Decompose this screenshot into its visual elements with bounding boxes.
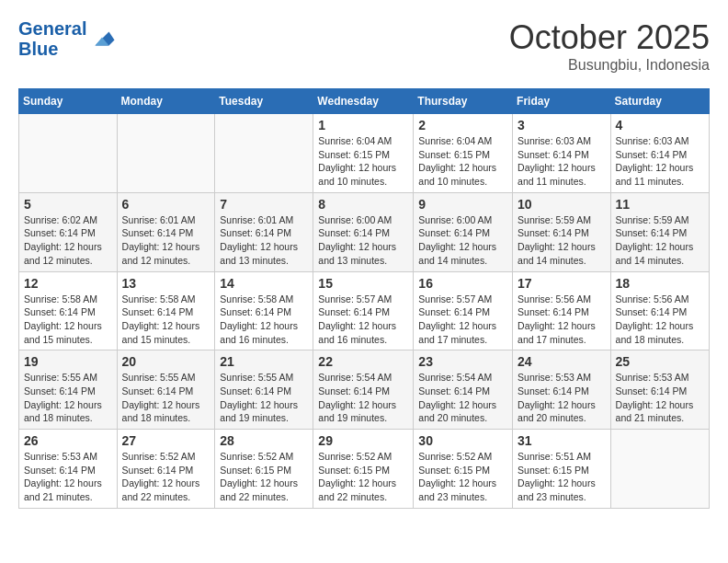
day-info: Sunrise: 5:52 AM Sunset: 6:14 PM Dayligh… — [122, 450, 210, 504]
day-number: 17 — [518, 276, 606, 291]
calendar-cell: 29Sunrise: 5:52 AM Sunset: 6:15 PM Dayli… — [313, 430, 414, 509]
day-number: 20 — [122, 354, 210, 369]
calendar-cell: 4Sunrise: 6:03 AM Sunset: 6:14 PM Daylig… — [610, 114, 709, 193]
calendar-cell: 5Sunrise: 6:02 AM Sunset: 6:14 PM Daylig… — [19, 192, 118, 271]
calendar-cell: 13Sunrise: 5:58 AM Sunset: 6:14 PM Dayli… — [117, 271, 215, 350]
weekday-header-monday: Monday — [117, 89, 215, 114]
day-number: 14 — [220, 276, 308, 291]
day-info: Sunrise: 5:52 AM Sunset: 6:15 PM Dayligh… — [418, 450, 507, 504]
weekday-header-friday: Friday — [513, 89, 611, 114]
day-info: Sunrise: 5:57 AM Sunset: 6:14 PM Dayligh… — [318, 293, 408, 347]
day-number: 22 — [318, 354, 408, 369]
day-info: Sunrise: 5:53 AM Sunset: 6:14 PM Dayligh… — [24, 450, 112, 504]
calendar-header: SundayMondayTuesdayWednesdayThursdayFrid… — [19, 89, 710, 114]
weekday-header-sunday: Sunday — [19, 89, 118, 114]
day-number: 16 — [418, 276, 507, 291]
day-info: Sunrise: 5:55 AM Sunset: 6:14 PM Dayligh… — [24, 371, 112, 425]
day-number: 13 — [122, 276, 210, 291]
day-info: Sunrise: 5:55 AM Sunset: 6:14 PM Dayligh… — [220, 371, 308, 425]
calendar-week-row: 26Sunrise: 5:53 AM Sunset: 6:14 PM Dayli… — [19, 430, 710, 509]
calendar-table: SundayMondayTuesdayWednesdayThursdayFrid… — [18, 88, 710, 509]
day-number: 21 — [220, 354, 308, 369]
day-number: 28 — [220, 433, 308, 448]
day-number: 8 — [318, 197, 408, 212]
calendar-week-row: 19Sunrise: 5:55 AM Sunset: 6:14 PM Dayli… — [19, 350, 710, 430]
weekday-header-thursday: Thursday — [414, 89, 513, 114]
day-info: Sunrise: 5:59 AM Sunset: 6:14 PM Dayligh… — [616, 213, 704, 268]
calendar-cell: 24Sunrise: 5:53 AM Sunset: 6:14 PM Dayli… — [513, 350, 611, 430]
month-title: October 2025 — [509, 18, 710, 57]
day-info: Sunrise: 5:56 AM Sunset: 6:14 PM Dayligh… — [518, 293, 606, 347]
day-number: 9 — [418, 197, 507, 212]
day-number: 6 — [122, 197, 210, 212]
title-block: October 2025 Busungbiu, Indonesia — [509, 18, 710, 74]
calendar-cell: 21Sunrise: 5:55 AM Sunset: 6:14 PM Dayli… — [215, 350, 313, 430]
day-info: Sunrise: 5:58 AM Sunset: 6:14 PM Dayligh… — [122, 293, 210, 347]
day-number: 15 — [318, 276, 408, 291]
day-number: 11 — [616, 197, 704, 212]
day-number: 5 — [24, 197, 112, 212]
logo-text: GeneralBlue — [18, 18, 86, 59]
day-info: Sunrise: 5:53 AM Sunset: 6:14 PM Dayligh… — [616, 371, 704, 425]
weekday-header-wednesday: Wednesday — [313, 89, 414, 114]
day-info: Sunrise: 5:55 AM Sunset: 6:14 PM Dayligh… — [122, 371, 210, 425]
calendar-cell: 14Sunrise: 5:58 AM Sunset: 6:14 PM Dayli… — [215, 271, 313, 350]
day-number: 4 — [616, 118, 704, 132]
day-number: 29 — [318, 433, 408, 448]
calendar-cell: 26Sunrise: 5:53 AM Sunset: 6:14 PM Dayli… — [19, 430, 118, 509]
calendar-cell: 7Sunrise: 6:01 AM Sunset: 6:14 PM Daylig… — [215, 192, 313, 271]
calendar-cell: 1Sunrise: 6:04 AM Sunset: 6:15 PM Daylig… — [313, 114, 414, 193]
calendar-cell: 9Sunrise: 6:00 AM Sunset: 6:14 PM Daylig… — [414, 192, 513, 271]
day-info: Sunrise: 6:04 AM Sunset: 6:15 PM Dayligh… — [318, 134, 408, 189]
page-header: GeneralBlue October 2025 Busungbiu, Indo… — [18, 18, 710, 74]
day-number: 30 — [418, 433, 507, 448]
day-info: Sunrise: 6:02 AM Sunset: 6:14 PM Dayligh… — [24, 213, 112, 268]
day-info: Sunrise: 6:04 AM Sunset: 6:15 PM Dayligh… — [418, 134, 507, 189]
calendar-week-row: 5Sunrise: 6:02 AM Sunset: 6:14 PM Daylig… — [19, 192, 710, 271]
day-info: Sunrise: 5:52 AM Sunset: 6:15 PM Dayligh… — [318, 450, 408, 504]
location-subtitle: Busungbiu, Indonesia — [509, 57, 710, 74]
logo-icon — [88, 25, 116, 52]
calendar-cell: 22Sunrise: 5:54 AM Sunset: 6:14 PM Dayli… — [313, 350, 414, 430]
day-info: Sunrise: 5:53 AM Sunset: 6:14 PM Dayligh… — [518, 371, 606, 425]
calendar-cell: 3Sunrise: 6:03 AM Sunset: 6:14 PM Daylig… — [513, 114, 611, 193]
day-info: Sunrise: 6:03 AM Sunset: 6:14 PM Dayligh… — [518, 134, 606, 189]
day-number: 31 — [518, 433, 606, 448]
calendar-cell — [610, 430, 709, 509]
day-number: 12 — [24, 276, 112, 291]
calendar-cell: 16Sunrise: 5:57 AM Sunset: 6:14 PM Dayli… — [414, 271, 513, 350]
calendar-cell: 19Sunrise: 5:55 AM Sunset: 6:14 PM Dayli… — [19, 350, 118, 430]
day-info: Sunrise: 6:00 AM Sunset: 6:14 PM Dayligh… — [318, 213, 408, 268]
calendar-cell: 23Sunrise: 5:54 AM Sunset: 6:14 PM Dayli… — [414, 350, 513, 430]
day-info: Sunrise: 6:00 AM Sunset: 6:14 PM Dayligh… — [418, 213, 507, 268]
day-number: 3 — [518, 118, 606, 132]
weekday-header-saturday: Saturday — [610, 89, 709, 114]
calendar-cell: 15Sunrise: 5:57 AM Sunset: 6:14 PM Dayli… — [313, 271, 414, 350]
calendar-cell: 2Sunrise: 6:04 AM Sunset: 6:15 PM Daylig… — [414, 114, 513, 193]
calendar-cell: 25Sunrise: 5:53 AM Sunset: 6:14 PM Dayli… — [610, 350, 709, 430]
day-info: Sunrise: 5:58 AM Sunset: 6:14 PM Dayligh… — [24, 293, 112, 347]
day-info: Sunrise: 5:52 AM Sunset: 6:15 PM Dayligh… — [220, 450, 308, 504]
calendar-cell: 30Sunrise: 5:52 AM Sunset: 6:15 PM Dayli… — [414, 430, 513, 509]
day-number: 25 — [616, 354, 704, 369]
weekday-header-tuesday: Tuesday — [215, 89, 313, 114]
day-number: 18 — [616, 276, 704, 291]
calendar-cell: 12Sunrise: 5:58 AM Sunset: 6:14 PM Dayli… — [19, 271, 118, 350]
weekday-header-row: SundayMondayTuesdayWednesdayThursdayFrid… — [19, 89, 710, 114]
day-info: Sunrise: 5:58 AM Sunset: 6:14 PM Dayligh… — [220, 293, 308, 347]
day-number: 26 — [24, 433, 112, 448]
calendar-cell: 11Sunrise: 5:59 AM Sunset: 6:14 PM Dayli… — [610, 192, 709, 271]
day-info: Sunrise: 5:56 AM Sunset: 6:14 PM Dayligh… — [616, 293, 704, 347]
day-info: Sunrise: 5:57 AM Sunset: 6:14 PM Dayligh… — [418, 293, 507, 347]
calendar-cell: 18Sunrise: 5:56 AM Sunset: 6:14 PM Dayli… — [610, 271, 709, 350]
day-info: Sunrise: 5:54 AM Sunset: 6:14 PM Dayligh… — [318, 371, 408, 425]
calendar-cell — [19, 114, 118, 193]
calendar-cell: 10Sunrise: 5:59 AM Sunset: 6:14 PM Dayli… — [513, 192, 611, 271]
day-info: Sunrise: 6:03 AM Sunset: 6:14 PM Dayligh… — [616, 134, 704, 189]
day-number: 23 — [418, 354, 507, 369]
calendar-week-row: 1Sunrise: 6:04 AM Sunset: 6:15 PM Daylig… — [19, 114, 710, 193]
day-number: 10 — [518, 197, 606, 212]
calendar-cell: 27Sunrise: 5:52 AM Sunset: 6:14 PM Dayli… — [117, 430, 215, 509]
day-number: 27 — [122, 433, 210, 448]
calendar-cell: 8Sunrise: 6:00 AM Sunset: 6:14 PM Daylig… — [313, 192, 414, 271]
